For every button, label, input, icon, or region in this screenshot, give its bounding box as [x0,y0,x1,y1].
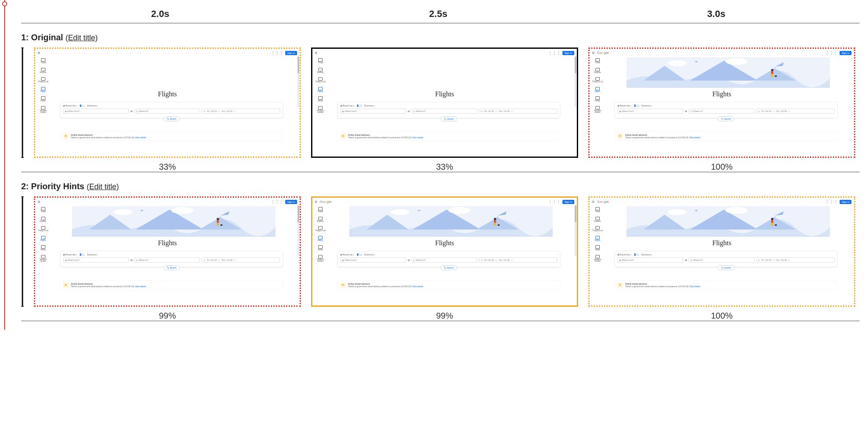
hamburger-icon[interactable]: ≡ [38,199,40,204]
from-input[interactable]: ◉Where from? [63,258,129,263]
sidebar-item-things to do[interactable]: Things to do [591,226,604,232]
filmstrip-frame[interactable]: ≡ Google ⋮⋮⋮ Sign in Travel Explore Thin… [588,48,855,158]
filmstrip-frame[interactable]: ≡ Google ⋮⋮⋮ Sign in Travel Explore Thin… [311,196,578,307]
class-chip[interactable]: Economy [364,104,375,107]
search-button[interactable]: 🔍 Search [718,265,734,270]
hamburger-icon[interactable]: ≡ [315,50,317,55]
class-chip[interactable]: Economy [364,253,375,256]
edit-title-link[interactable]: (Edit title) [65,34,97,42]
advisory-link[interactable]: More details [135,137,146,139]
edit-title-link[interactable]: (Edit title) [87,182,119,191]
passengers-chip[interactable]: 👤 1 [356,253,362,256]
sidebar-item-vacation rentals[interactable]: Vacation rentals [591,255,604,263]
class-chip[interactable]: Economy [87,253,97,256]
swap-icon[interactable]: ⇄ [685,259,687,262]
date-input[interactable]: ▭Fri, Oct 22‹ ›Tue, Oct 26‹ › [756,109,835,114]
apps-icon[interactable]: ⋮⋮⋮ [271,199,284,204]
sidebar-item-things to do[interactable]: Things to do [37,226,50,232]
to-input[interactable]: ◎Where to? [134,258,200,263]
sidebar-item-travel[interactable]: Travel [591,58,604,64]
sidebar-item-explore[interactable]: Explore [591,217,604,223]
sidebar-item-travel[interactable]: Travel [591,207,604,213]
hamburger-icon[interactable]: ≡ [592,50,595,55]
swap-icon[interactable]: ⇄ [131,110,133,113]
passengers-chip[interactable]: 👤 1 [356,104,362,107]
scrollbar[interactable] [298,56,299,107]
swap-icon[interactable]: ⇄ [408,259,410,262]
search-button[interactable]: 🔍 Search [440,265,457,270]
date-input[interactable]: ▭Fri, Oct 22‹ ›Tue, Oct 26‹ › [202,258,280,263]
apps-icon[interactable]: ⋮⋮⋮ [548,199,561,204]
from-input[interactable]: ◉Where from? [618,258,683,263]
hamburger-icon[interactable]: ≡ [315,199,317,204]
swap-icon[interactable]: ⇄ [131,259,133,262]
to-input[interactable]: ◎Where to? [689,109,754,114]
swap-icon[interactable]: ⇄ [685,110,687,113]
to-input[interactable]: ◎Where to? [689,258,754,263]
sign-in-button[interactable]: Sign in [562,200,574,204]
passengers-chip[interactable]: 👤 1 [79,253,85,256]
sign-in-button[interactable]: Sign in [285,51,297,55]
swap-icon[interactable]: ⇄ [408,110,410,113]
class-chip[interactable]: Economy [642,104,652,107]
sidebar-item-explore[interactable]: Explore [314,68,327,74]
to-input[interactable]: ◎Where to? [412,109,477,114]
sidebar-item-travel[interactable]: Travel [314,207,327,213]
sidebar-item-vacation rentals[interactable]: Vacation rentals [37,106,50,114]
date-input[interactable]: ▭Fri, Oct 22‹ ›Tue, Oct 26‹ › [479,109,557,114]
date-input[interactable]: ▭Fri, Oct 22‹ ›Tue, Oct 26‹ › [756,258,835,263]
hamburger-icon[interactable]: ≡ [38,50,40,55]
apps-icon[interactable]: ⋮⋮⋮ [825,199,838,204]
apps-icon[interactable]: ⋮⋮⋮ [825,50,838,55]
trip-type-chip[interactable]: ⇄ Round trip [618,104,631,107]
to-input[interactable]: ◎Where to? [412,258,477,263]
scrollbar[interactable] [575,56,576,107]
trip-type-chip[interactable]: ⇄ Round trip [340,104,354,107]
filmstrip-frame[interactable]: ≡ Google ⋮⋮⋮ Sign in Travel Explore Thin… [588,196,855,307]
filmstrip-frame[interactable]: ≡ ⋮⋮⋮ Sign in Travel Explore Things to d… [34,196,301,307]
apps-icon[interactable]: ⋮⋮⋮ [271,50,284,55]
sidebar-item-travel[interactable]: Travel [37,207,50,213]
sidebar-item-explore[interactable]: Explore [591,68,604,74]
advisory-link[interactable]: More details [135,286,146,288]
sign-in-button[interactable]: Sign in [285,200,297,204]
sidebar-item-travel[interactable]: Travel [314,58,327,64]
trip-type-chip[interactable]: ⇄ Round trip [340,253,354,256]
sidebar-item-vacation rentals[interactable]: Vacation rentals [314,106,327,114]
advisory-link[interactable]: More details [690,286,701,288]
sign-in-button[interactable]: Sign in [840,51,851,55]
from-input[interactable]: ◉Where from? [63,109,129,114]
date-input[interactable]: ▭Fri, Oct 22‹ ›Tue, Oct 26‹ › [202,109,280,114]
hamburger-icon[interactable]: ≡ [592,199,595,204]
advisory-link[interactable]: More details [690,137,701,139]
sidebar-item-things to do[interactable]: Things to do [37,77,50,83]
date-input[interactable]: ▭Fri, Oct 22‹ ›Tue, Oct 26‹ › [479,258,557,263]
sidebar-item-explore[interactable]: Explore [37,217,50,223]
sidebar-item-vacation rentals[interactable]: Vacation rentals [314,255,327,263]
from-input[interactable]: ◉Where from? [618,109,683,114]
to-input[interactable]: ◎Where to? [134,109,200,114]
sidebar-item-things to do[interactable]: Things to do [314,226,327,232]
sidebar-item-explore[interactable]: Explore [37,68,50,74]
filmstrip-frame[interactable]: ≡ ⋮⋮⋮ Sign in Travel Explore Things to d… [34,48,301,158]
trip-type-chip[interactable]: ⇄ Round trip [618,253,631,256]
passengers-chip[interactable]: 👤 1 [634,253,639,256]
scrollbar[interactable] [298,205,299,256]
search-button[interactable]: 🔍 Search [440,116,457,121]
sign-in-button[interactable]: Sign in [562,51,574,55]
filmstrip-frame[interactable]: ≡ ⋮⋮⋮ Sign in Travel Explore Things to d… [311,48,578,158]
search-button[interactable]: 🔍 Search [718,116,734,121]
scrollbar[interactable] [575,205,576,256]
class-chip[interactable]: Economy [87,104,97,107]
passengers-chip[interactable]: 👤 1 [79,104,85,107]
search-button[interactable]: 🔍 Search [163,116,180,121]
from-input[interactable]: ◉Where from? [340,109,406,114]
sign-in-button[interactable]: Sign in [840,200,851,204]
from-input[interactable]: ◉Where from? [340,258,406,263]
sidebar-item-travel[interactable]: Travel [37,58,50,64]
sidebar-item-things to do[interactable]: Things to do [314,77,327,83]
sidebar-item-vacation rentals[interactable]: Vacation rentals [37,255,50,263]
advisory-link[interactable]: More details [412,137,423,139]
search-button[interactable]: 🔍 Search [163,265,180,270]
apps-icon[interactable]: ⋮⋮⋮ [548,50,561,55]
